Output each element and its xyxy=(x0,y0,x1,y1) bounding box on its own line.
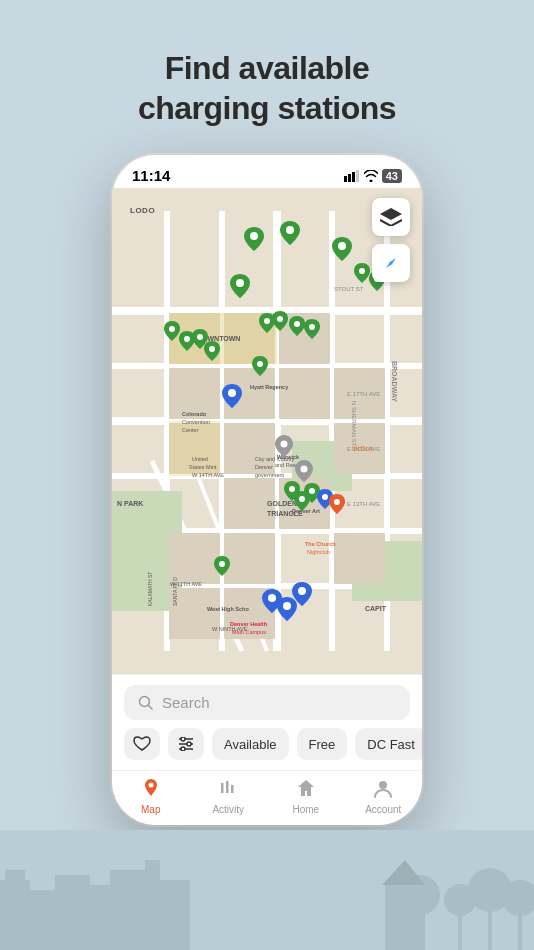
svg-point-99 xyxy=(322,494,328,500)
svg-text:The Church: The Church xyxy=(305,541,336,547)
svg-text:N SHERMAN ST: N SHERMAN ST xyxy=(351,401,357,447)
svg-text:E 14TH AVE: E 14TH AVE xyxy=(347,446,380,452)
svg-point-91 xyxy=(289,486,295,492)
svg-point-126 xyxy=(400,875,440,915)
svg-text:government: government xyxy=(255,472,285,478)
svg-point-79 xyxy=(169,326,175,332)
svg-rect-122 xyxy=(90,885,110,950)
svg-point-84 xyxy=(277,316,283,322)
svg-rect-34 xyxy=(169,533,220,584)
tab-account[interactable]: Account xyxy=(345,777,423,815)
svg-text:Main Campus: Main Campus xyxy=(232,629,266,635)
svg-rect-0 xyxy=(344,176,347,182)
svg-text:KALAMATH ST: KALAMATH ST xyxy=(147,572,153,606)
svg-rect-121 xyxy=(55,875,90,950)
svg-point-128 xyxy=(444,884,476,916)
svg-rect-120 xyxy=(30,890,55,950)
filter-dcfast[interactable]: DC Fast xyxy=(355,728,422,760)
svg-text:Colorado: Colorado xyxy=(182,411,207,417)
search-icon xyxy=(138,695,154,711)
tab-activity[interactable]: Activity xyxy=(190,777,268,815)
svg-rect-129 xyxy=(458,908,462,950)
svg-rect-118 xyxy=(0,880,30,950)
svg-point-116 xyxy=(379,781,387,789)
svg-text:Convention: Convention xyxy=(182,419,210,425)
svg-point-111 xyxy=(181,747,185,751)
map-tab-icon xyxy=(140,777,162,802)
svg-text:Hyatt Regency: Hyatt Regency xyxy=(250,384,289,390)
signal-icon xyxy=(344,170,360,182)
svg-rect-131 xyxy=(488,902,492,950)
filter-sliders-button[interactable] xyxy=(168,728,204,760)
svg-text:W 14TH AVE: W 14TH AVE xyxy=(192,472,224,478)
svg-rect-124 xyxy=(145,860,160,950)
svg-point-112 xyxy=(148,783,153,788)
status-bar: 11:14 43 xyxy=(112,155,422,188)
svg-marker-135 xyxy=(382,860,425,885)
svg-text:Denver Health: Denver Health xyxy=(230,621,268,627)
svg-text:E 13TH AVE: E 13TH AVE xyxy=(347,501,380,507)
svg-point-76 xyxy=(286,226,294,234)
filter-free[interactable]: Free xyxy=(297,728,348,760)
svg-text:SANTA FE D: SANTA FE D xyxy=(172,577,178,606)
svg-line-105 xyxy=(149,705,153,709)
compass-button[interactable] xyxy=(372,244,410,282)
svg-point-103 xyxy=(390,262,393,265)
svg-point-132 xyxy=(502,880,534,916)
tab-home[interactable]: Home xyxy=(267,777,345,815)
svg-point-77 xyxy=(338,242,346,250)
svg-rect-2 xyxy=(352,172,355,182)
tab-bar: Map Activity Home xyxy=(112,770,422,825)
filter-available[interactable]: Available xyxy=(212,728,289,760)
svg-rect-114 xyxy=(226,781,229,793)
svg-text:GOLDEN: GOLDEN xyxy=(267,500,297,507)
svg-text:N PARK: N PARK xyxy=(117,500,143,507)
svg-rect-117 xyxy=(0,830,534,950)
svg-point-90 xyxy=(219,561,225,567)
svg-rect-27 xyxy=(279,368,330,419)
search-placeholder: Search xyxy=(162,694,210,711)
svg-rect-127 xyxy=(418,905,422,950)
svg-text:and Reso: and Reso xyxy=(275,462,299,468)
layers-button[interactable] xyxy=(372,198,410,236)
svg-rect-113 xyxy=(221,783,224,793)
account-tab-icon xyxy=(372,777,394,802)
svg-point-93 xyxy=(228,389,236,397)
svg-text:BROADWAY: BROADWAY xyxy=(391,361,398,402)
svg-point-102 xyxy=(301,466,308,473)
svg-point-109 xyxy=(187,742,191,746)
search-bar[interactable]: Search xyxy=(124,685,410,720)
svg-point-80 xyxy=(184,336,190,342)
svg-point-101 xyxy=(281,441,288,448)
svg-rect-3 xyxy=(356,170,359,182)
home-tab-label: Home xyxy=(292,804,319,815)
svg-point-88 xyxy=(359,268,365,274)
svg-point-82 xyxy=(209,346,215,352)
svg-text:City and County: City and County xyxy=(255,456,294,462)
svg-point-130 xyxy=(468,868,512,912)
svg-point-78 xyxy=(236,279,244,287)
svg-point-100 xyxy=(334,499,340,505)
svg-point-83 xyxy=(264,318,270,324)
bottom-panel: Search Available xyxy=(112,674,422,825)
city-silhouette xyxy=(0,830,534,950)
account-tab-label: Account xyxy=(365,804,401,815)
tab-map[interactable]: Map xyxy=(112,777,190,815)
map-tab-label: Map xyxy=(141,804,160,815)
svg-text:United: United xyxy=(192,456,208,462)
phone-frame: 11:14 43 xyxy=(112,155,422,825)
svg-rect-125 xyxy=(160,880,190,950)
svg-text:Center: Center xyxy=(182,427,199,433)
wifi-icon xyxy=(364,170,378,182)
map-overlay-buttons xyxy=(372,198,410,282)
activity-tab-label: Activity xyxy=(212,804,244,815)
svg-point-81 xyxy=(197,334,203,340)
map-area: BROADWAY STOUT ST N SHERMAN ST McDon E 1… xyxy=(112,188,422,674)
favorite-button[interactable] xyxy=(124,728,160,760)
svg-point-85 xyxy=(294,321,300,327)
svg-rect-123 xyxy=(110,870,150,950)
svg-point-94 xyxy=(268,594,276,602)
svg-rect-35 xyxy=(224,533,275,584)
svg-text:E 17TH AVE: E 17TH AVE xyxy=(347,391,380,397)
svg-point-96 xyxy=(298,587,306,595)
